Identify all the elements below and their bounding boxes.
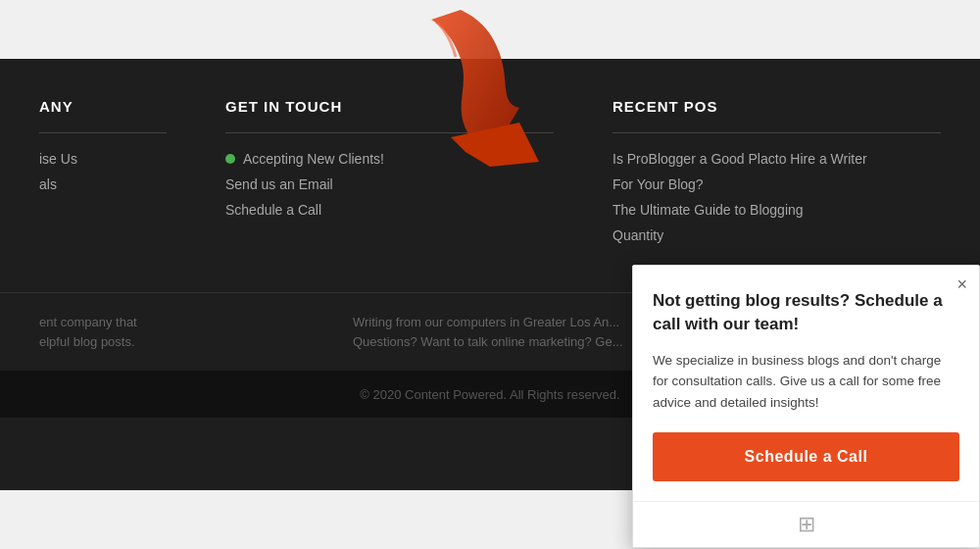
popup-footer: ⊞ (633, 501, 979, 547)
footer-company-blurb: ent company thatelpful blog posts. (39, 313, 314, 351)
footer-post-link-3[interactable]: The Ultimate Guide to Blogging (612, 202, 941, 218)
popup-modal: × Not getting blog results? Schedule a c… (632, 265, 980, 548)
footer-link-ise-us[interactable]: ise Us (39, 151, 167, 167)
footer-columns: ANY ise Us als GET IN TOUCH Accepting Ne… (0, 98, 980, 253)
popup-description: We specialize in business blogs and don'… (653, 350, 959, 414)
footer-bottom-left: ent company thatelpful blog posts. (39, 313, 314, 351)
footer-col1-title: ANY (39, 98, 167, 115)
footer-col-company: ANY ise Us als (39, 98, 167, 253)
footer-bottom-middle: Writing from our computers in Greater Lo… (353, 313, 627, 351)
accepting-clients-text: Accepting New Clients! (243, 151, 384, 167)
popup-schedule-call-button[interactable]: Schedule a Call (653, 432, 959, 481)
footer-link-call[interactable]: Schedule a Call (225, 202, 554, 218)
footer-link-als[interactable]: als (39, 176, 167, 192)
top-bar (0, 0, 980, 59)
popup-close-button[interactable]: × (956, 275, 967, 293)
brand-icon: ⊞ (798, 512, 815, 537)
footer-col2-title: GET IN TOUCH (225, 98, 554, 115)
footer-col-contact: GET IN TOUCH Accepting New Clients! Send… (225, 98, 554, 253)
popup-body: Not getting blog results? Schedule a cal… (633, 266, 979, 501)
copyright-text: © 2020 Content Powered. All Rights reser… (360, 387, 619, 402)
footer-link-email[interactable]: Send us an Email (225, 176, 554, 192)
green-dot-icon (225, 154, 235, 164)
footer-post-link-2[interactable]: For Your Blog? (612, 176, 941, 192)
popup-title: Not getting blog results? Schedule a cal… (653, 289, 959, 336)
footer-post-link-4[interactable]: Quantity (612, 227, 941, 243)
accepting-clients-row: Accepting New Clients! (225, 151, 554, 167)
footer-col3-title: RECENT POS (612, 98, 941, 115)
footer-col-posts: RECENT POS Is ProBlogger a Good Placto H… (612, 98, 941, 253)
footer: ANY ise Us als GET IN TOUCH Accepting Ne… (0, 59, 980, 490)
footer-location-text: Writing from our computers in Greater Lo… (353, 313, 627, 351)
footer-post-link-1[interactable]: Is ProBlogger a Good Placto Hire a Write… (612, 151, 941, 167)
